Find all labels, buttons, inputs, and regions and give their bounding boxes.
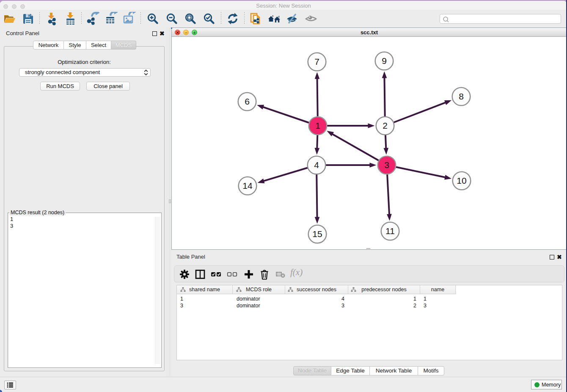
svg-text:9: 9 xyxy=(382,56,387,66)
svg-text:8: 8 xyxy=(459,91,464,101)
svg-text:7: 7 xyxy=(314,57,319,66)
svg-text:1: 1 xyxy=(315,121,320,130)
svg-text:11: 11 xyxy=(385,226,395,236)
svg-text:4: 4 xyxy=(314,160,319,170)
svg-text:6: 6 xyxy=(245,97,250,106)
svg-text:14: 14 xyxy=(242,181,253,190)
svg-text:15: 15 xyxy=(312,229,322,239)
svg-text:2: 2 xyxy=(383,121,388,130)
svg-text:3: 3 xyxy=(384,160,389,170)
svg-text:10: 10 xyxy=(457,176,466,185)
